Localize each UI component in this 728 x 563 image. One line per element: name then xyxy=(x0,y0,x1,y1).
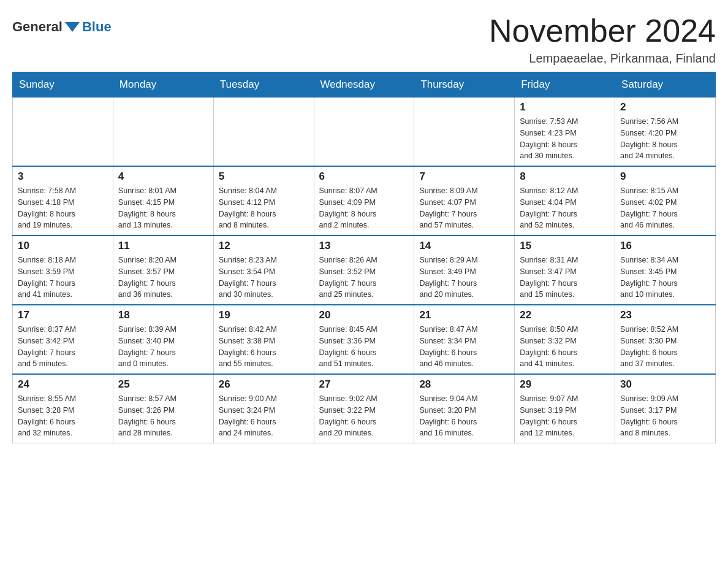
calendar-cell: 22Sunrise: 8:50 AM Sunset: 3:32 PM Dayli… xyxy=(515,305,615,374)
calendar-cell: 11Sunrise: 8:20 AM Sunset: 3:57 PM Dayli… xyxy=(113,236,213,305)
day-number: 12 xyxy=(219,240,309,252)
calendar-cell: 6Sunrise: 8:07 AM Sunset: 4:09 PM Daylig… xyxy=(314,166,414,236)
logo: General Blue xyxy=(12,18,112,36)
day-info: Sunrise: 8:50 AM Sunset: 3:32 PM Dayligh… xyxy=(520,324,610,370)
day-info: Sunrise: 8:29 AM Sunset: 3:49 PM Dayligh… xyxy=(419,255,509,301)
calendar-cell xyxy=(314,98,414,167)
day-number: 7 xyxy=(419,170,509,183)
calendar-cell: 20Sunrise: 8:45 AM Sunset: 3:36 PM Dayli… xyxy=(314,305,414,374)
calendar-cell xyxy=(414,98,515,167)
calendar-cell: 25Sunrise: 8:57 AM Sunset: 3:26 PM Dayli… xyxy=(113,374,213,443)
day-info: Sunrise: 7:53 AM Sunset: 4:23 PM Dayligh… xyxy=(520,116,610,162)
calendar-cell: 12Sunrise: 8:23 AM Sunset: 3:54 PM Dayli… xyxy=(213,236,314,305)
calendar-cell: 4Sunrise: 8:01 AM Sunset: 4:15 PM Daylig… xyxy=(113,166,213,236)
day-number: 17 xyxy=(18,309,108,321)
weekday-header-friday: Friday xyxy=(515,72,615,98)
day-info: Sunrise: 8:47 AM Sunset: 3:34 PM Dayligh… xyxy=(419,324,509,370)
calendar-cell: 21Sunrise: 8:47 AM Sunset: 3:34 PM Dayli… xyxy=(414,305,515,374)
day-number: 10 xyxy=(18,240,108,252)
calendar-cell: 24Sunrise: 8:55 AM Sunset: 3:28 PM Dayli… xyxy=(13,374,113,443)
calendar-cell: 13Sunrise: 8:26 AM Sunset: 3:52 PM Dayli… xyxy=(314,236,414,305)
calendar-cell: 29Sunrise: 9:07 AM Sunset: 3:19 PM Dayli… xyxy=(515,374,615,443)
weekday-header-wednesday: Wednesday xyxy=(314,72,414,98)
day-info: Sunrise: 7:58 AM Sunset: 4:18 PM Dayligh… xyxy=(18,185,108,231)
day-number: 27 xyxy=(319,378,409,391)
day-number: 13 xyxy=(319,240,409,252)
day-info: Sunrise: 8:20 AM Sunset: 3:57 PM Dayligh… xyxy=(118,255,208,301)
calendar-week-2: 3Sunrise: 7:58 AM Sunset: 4:18 PM Daylig… xyxy=(13,166,716,236)
weekday-header-monday: Monday xyxy=(113,72,213,98)
calendar-cell: 10Sunrise: 8:18 AM Sunset: 3:59 PM Dayli… xyxy=(13,236,113,305)
calendar-cell: 18Sunrise: 8:39 AM Sunset: 3:40 PM Dayli… xyxy=(113,305,213,374)
day-info: Sunrise: 9:02 AM Sunset: 3:22 PM Dayligh… xyxy=(319,393,409,439)
location-subtitle: Lempaeaelae, Pirkanmaa, Finland xyxy=(489,52,716,66)
day-info: Sunrise: 8:55 AM Sunset: 3:28 PM Dayligh… xyxy=(18,393,108,439)
day-number: 28 xyxy=(419,378,509,391)
day-info: Sunrise: 8:18 AM Sunset: 3:59 PM Dayligh… xyxy=(18,255,108,301)
day-info: Sunrise: 8:31 AM Sunset: 3:47 PM Dayligh… xyxy=(520,255,610,301)
calendar-week-3: 10Sunrise: 8:18 AM Sunset: 3:59 PM Dayli… xyxy=(13,236,716,305)
day-info: Sunrise: 8:45 AM Sunset: 3:36 PM Dayligh… xyxy=(319,324,409,370)
logo-triangle-icon xyxy=(64,18,81,36)
page-header: General Blue November 2024 Lempaeaelae, … xyxy=(12,12,716,66)
calendar-cell: 5Sunrise: 8:04 AM Sunset: 4:12 PM Daylig… xyxy=(213,166,314,236)
day-number: 20 xyxy=(319,309,409,321)
day-number: 19 xyxy=(219,309,309,321)
day-info: Sunrise: 8:01 AM Sunset: 4:15 PM Dayligh… xyxy=(118,185,208,231)
calendar-table: SundayMondayTuesdayWednesdayThursdayFrid… xyxy=(12,72,716,443)
day-info: Sunrise: 7:56 AM Sunset: 4:20 PM Dayligh… xyxy=(620,116,710,162)
day-number: 8 xyxy=(520,170,610,183)
day-number: 30 xyxy=(620,378,710,391)
calendar-cell: 28Sunrise: 9:04 AM Sunset: 3:20 PM Dayli… xyxy=(414,374,515,443)
day-info: Sunrise: 8:42 AM Sunset: 3:38 PM Dayligh… xyxy=(219,324,309,370)
day-number: 1 xyxy=(520,101,610,113)
day-number: 14 xyxy=(419,240,509,252)
day-info: Sunrise: 8:07 AM Sunset: 4:09 PM Dayligh… xyxy=(319,185,409,231)
calendar-cell: 1Sunrise: 7:53 AM Sunset: 4:23 PM Daylig… xyxy=(515,98,615,167)
calendar-cell: 8Sunrise: 8:12 AM Sunset: 4:04 PM Daylig… xyxy=(515,166,615,236)
calendar-cell: 23Sunrise: 8:52 AM Sunset: 3:30 PM Dayli… xyxy=(615,305,716,374)
day-info: Sunrise: 8:12 AM Sunset: 4:04 PM Dayligh… xyxy=(520,185,610,231)
day-number: 26 xyxy=(219,378,309,391)
day-number: 11 xyxy=(118,240,208,252)
weekday-header-row: SundayMondayTuesdayWednesdayThursdayFrid… xyxy=(13,72,716,98)
day-info: Sunrise: 8:09 AM Sunset: 4:07 PM Dayligh… xyxy=(419,185,509,231)
day-info: Sunrise: 8:26 AM Sunset: 3:52 PM Dayligh… xyxy=(319,255,409,301)
day-number: 25 xyxy=(118,378,208,391)
calendar-cell: 2Sunrise: 7:56 AM Sunset: 4:20 PM Daylig… xyxy=(615,98,716,167)
calendar-week-1: 1Sunrise: 7:53 AM Sunset: 4:23 PM Daylig… xyxy=(13,98,716,167)
day-info: Sunrise: 8:04 AM Sunset: 4:12 PM Dayligh… xyxy=(219,185,309,231)
weekday-header-thursday: Thursday xyxy=(414,72,515,98)
day-number: 24 xyxy=(18,378,108,391)
calendar-cell: 7Sunrise: 8:09 AM Sunset: 4:07 PM Daylig… xyxy=(414,166,515,236)
day-info: Sunrise: 9:00 AM Sunset: 3:24 PM Dayligh… xyxy=(219,393,309,439)
calendar-cell xyxy=(113,98,213,167)
weekday-header-saturday: Saturday xyxy=(615,72,716,98)
calendar-cell: 17Sunrise: 8:37 AM Sunset: 3:42 PM Dayli… xyxy=(13,305,113,374)
day-info: Sunrise: 8:23 AM Sunset: 3:54 PM Dayligh… xyxy=(219,255,309,301)
calendar-cell: 27Sunrise: 9:02 AM Sunset: 3:22 PM Dayli… xyxy=(314,374,414,443)
day-number: 3 xyxy=(18,170,108,183)
month-title: November 2024 xyxy=(489,12,716,49)
day-info: Sunrise: 9:04 AM Sunset: 3:20 PM Dayligh… xyxy=(419,393,509,439)
calendar-cell: 3Sunrise: 7:58 AM Sunset: 4:18 PM Daylig… xyxy=(13,166,113,236)
day-number: 15 xyxy=(520,240,610,252)
calendar-cell xyxy=(13,98,113,167)
day-number: 18 xyxy=(118,309,208,321)
day-info: Sunrise: 8:15 AM Sunset: 4:02 PM Dayligh… xyxy=(620,185,710,231)
day-number: 4 xyxy=(118,170,208,183)
day-number: 23 xyxy=(620,309,710,321)
day-number: 9 xyxy=(620,170,710,183)
day-info: Sunrise: 8:34 AM Sunset: 3:45 PM Dayligh… xyxy=(620,255,710,301)
calendar-week-5: 24Sunrise: 8:55 AM Sunset: 3:28 PM Dayli… xyxy=(13,374,716,443)
calendar-cell: 14Sunrise: 8:29 AM Sunset: 3:49 PM Dayli… xyxy=(414,236,515,305)
day-info: Sunrise: 8:39 AM Sunset: 3:40 PM Dayligh… xyxy=(118,324,208,370)
calendar-cell: 19Sunrise: 8:42 AM Sunset: 3:38 PM Dayli… xyxy=(213,305,314,374)
logo-blue-text: Blue xyxy=(82,19,112,35)
weekday-header-tuesday: Tuesday xyxy=(213,72,314,98)
day-info: Sunrise: 8:37 AM Sunset: 3:42 PM Dayligh… xyxy=(18,324,108,370)
day-info: Sunrise: 8:57 AM Sunset: 3:26 PM Dayligh… xyxy=(118,393,208,439)
calendar-cell: 9Sunrise: 8:15 AM Sunset: 4:02 PM Daylig… xyxy=(615,166,716,236)
svg-marker-0 xyxy=(65,22,80,32)
weekday-header-sunday: Sunday xyxy=(13,72,113,98)
